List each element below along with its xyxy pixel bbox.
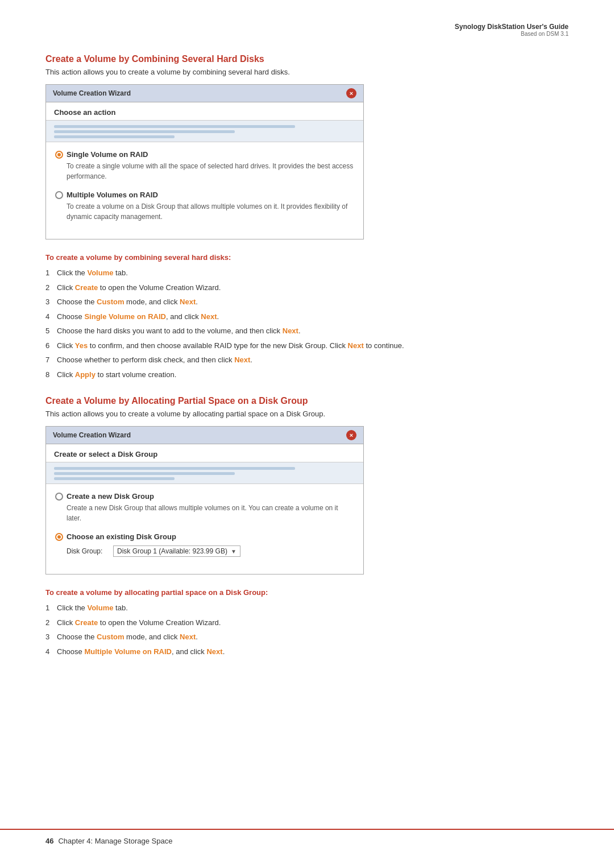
step-1-8: 8 Click Apply to start volume creation. [45, 369, 569, 381]
wizard-subheader-title-2: Create or select a Disk Group [54, 450, 157, 458]
section1-title: Create a Volume by Combining Several Har… [45, 54, 569, 64]
radio-text-create-dg: Create a new Disk Group [67, 492, 154, 501]
progress-line-2 [54, 130, 235, 133]
radio-label-single[interactable]: Single Volume on RAID [55, 150, 354, 159]
step-1-6: 6 Click Yes to confirm, and then choose … [45, 340, 569, 352]
page-container: Synology DiskStation User's Guide Based … [0, 0, 614, 868]
radio-desc-multiple: To create a volume on a Disk Group that … [67, 201, 354, 222]
steps-list-2: 1 Click the Volume tab. 2 Click Create t… [45, 602, 569, 657]
disk-group-select[interactable]: Disk Group 1 (Available: 923.99 GB) ▼ [113, 545, 240, 557]
section1-intro: This action allows you to create a volum… [45, 68, 569, 76]
book-title: Synology DiskStation User's Guide [45, 23, 569, 31]
radio-option-choose-diskgroup: Choose an existing Disk Group Disk Group… [55, 532, 354, 557]
progress-line-1 [54, 125, 295, 128]
wizard-progress-area-1 [46, 121, 363, 142]
book-subtitle: Based on DSM 3.1 [45, 31, 569, 37]
disk-group-label: Disk Group: [67, 547, 106, 555]
wizard-header-title-2: Volume Creation Wizard [53, 431, 131, 439]
radio-icon-single[interactable] [55, 151, 63, 159]
step-1-3: 3 Choose the Custom mode, and click Next… [45, 296, 569, 308]
wizard-close-button-1[interactable]: × [346, 88, 356, 98]
section-allocate-partial: Create a Volume by Allocating Partial Sp… [45, 396, 569, 657]
section2-title: Create a Volume by Allocating Partial Sp… [45, 396, 569, 406]
select-dropdown-arrow: ▼ [231, 548, 237, 555]
disk-group-row: Disk Group: Disk Group 1 (Available: 923… [67, 545, 354, 557]
radio-icon-choose-dg[interactable] [55, 533, 63, 541]
radio-option-multiple-volume: Multiple Volumes on RAID To create a vol… [55, 191, 354, 222]
step-2-1: 1 Click the Volume tab. [45, 602, 569, 614]
radio-text-multiple: Multiple Volumes on RAID [67, 191, 158, 199]
wizard-header-title-1: Volume Creation Wizard [53, 89, 131, 97]
progress-lines-1 [54, 125, 355, 138]
progress-line-4 [54, 467, 295, 470]
steps-header-1: To create a volume by combining several … [45, 253, 569, 262]
wizard-progress-area-2 [46, 462, 363, 484]
progress-line-3 [54, 135, 175, 138]
section-combine-disks: Create a Volume by Combining Several Har… [45, 54, 569, 380]
radio-label-multiple[interactable]: Multiple Volumes on RAID [55, 191, 354, 199]
progress-line-6 [54, 477, 175, 480]
radio-desc-create-dg: Create a new Disk Group that allows mult… [67, 503, 354, 523]
step-2-2: 2 Click Create to open the Volume Creati… [45, 617, 569, 629]
radio-label-choose-dg[interactable]: Choose an existing Disk Group [55, 532, 354, 541]
radio-icon-multiple[interactable] [55, 191, 63, 199]
step-2-4: 4 Choose Multiple Volume on RAID, and cl… [45, 646, 569, 658]
radio-text-single: Single Volume on RAID [67, 150, 148, 159]
section2-intro: This action allows you to create a volum… [45, 410, 569, 418]
step-1-4: 4 Choose Single Volume on RAID, and clic… [45, 311, 569, 323]
wizard-header-2: Volume Creation Wizard × [46, 427, 363, 444]
chapter-label: Chapter 4: Manage Storage Space [58, 837, 172, 845]
wizard-body-2: Create a new Disk Group Create a new Dis… [46, 484, 363, 574]
page-footer: 46 Chapter 4: Manage Storage Space [0, 829, 614, 845]
wizard-subheader-title-1: Choose an action [54, 108, 115, 117]
steps-list-1: 1 Click the Volume tab. 2 Click Create t… [45, 267, 569, 380]
radio-option-create-diskgroup: Create a new Disk Group Create a new Dis… [55, 492, 354, 523]
progress-line-5 [54, 472, 235, 475]
wizard-subheader-2: Create or select a Disk Group [46, 444, 363, 462]
step-1-2: 2 Click Create to open the Volume Creati… [45, 282, 569, 294]
wizard-close-button-2[interactable]: × [346, 430, 356, 440]
radio-text-choose-dg: Choose an existing Disk Group [67, 532, 176, 541]
wizard-box-1: Volume Creation Wizard × Choose an actio… [45, 84, 364, 239]
steps-header-2: To create a volume by allocating partial… [45, 588, 569, 597]
wizard-header-1: Volume Creation Wizard × [46, 85, 363, 102]
step-2-3: 3 Choose the Custom mode, and click Next… [45, 631, 569, 643]
radio-label-create-dg[interactable]: Create a new Disk Group [55, 492, 354, 501]
wizard-subheader-1: Choose an action [46, 102, 363, 121]
page-header: Synology DiskStation User's Guide Based … [45, 23, 569, 37]
radio-option-single-volume: Single Volume on RAID To create a single… [55, 150, 354, 181]
wizard-body-1: Single Volume on RAID To create a single… [46, 142, 363, 239]
radio-icon-create-dg[interactable] [55, 493, 63, 501]
wizard-box-2: Volume Creation Wizard × Create or selec… [45, 426, 364, 574]
page-number: 46 [45, 837, 53, 845]
disk-group-select-value: Disk Group 1 (Available: 923.99 GB) [117, 547, 227, 555]
step-1-1: 1 Click the Volume tab. [45, 267, 569, 279]
step-1-5: 5 Choose the hard disks you want to add … [45, 325, 569, 337]
step-1-7: 7 Choose whether to perform disk check, … [45, 354, 569, 366]
progress-lines-2 [54, 467, 355, 480]
radio-desc-single: To create a single volume with all the s… [67, 161, 354, 181]
